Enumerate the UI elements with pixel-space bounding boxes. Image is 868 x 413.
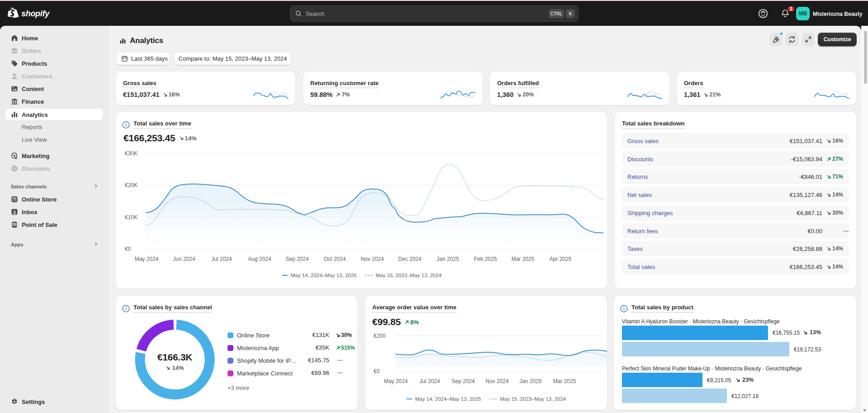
svg-text:S: S <box>13 210 16 214</box>
svg-text:S: S <box>14 223 15 226</box>
